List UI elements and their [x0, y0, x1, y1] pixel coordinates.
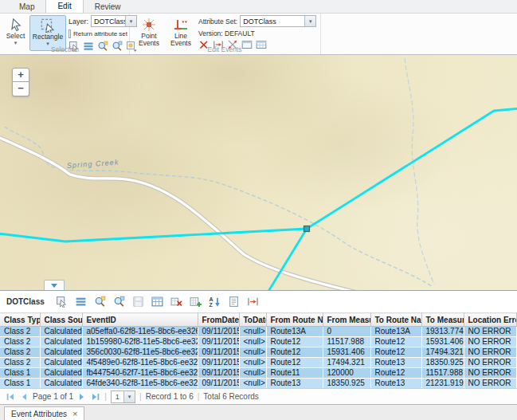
table-cell: 09/11/2015: [198, 337, 239, 347]
column-header-class-source[interactable]: Class Source: [40, 313, 82, 327]
ribbon: Select ▾ Rectangle ▾ Layer: DOTClass ▾: [0, 14, 517, 55]
select-features-icon[interactable]: [56, 296, 68, 308]
add-record-icon[interactable]: [190, 296, 202, 308]
pan-selection-icon[interactable]: [113, 296, 125, 308]
table-cell: Route12: [370, 368, 421, 379]
table-cell: NO ERROR: [464, 368, 517, 379]
table-cell: 09/11/2015: [198, 347, 239, 358]
table-cell: 17494.321: [323, 358, 370, 368]
event-table-wrap: Class TypeClass SourceEventIDFromDateToD…: [0, 312, 517, 388]
table-row[interactable]: Class 2Calculated4f5489e0-62f8-11e5-8bc6…: [0, 358, 517, 368]
column-header-from-route-name[interactable]: From Route Name: [266, 313, 323, 327]
offset-icon[interactable]: [247, 296, 259, 308]
checkbox-icon[interactable]: [69, 29, 71, 38]
pagination-bar: Page 1 of 1 | 1 ▾ | Record 1 to 6 | Tota…: [0, 388, 517, 404]
table-cell: <null>: [239, 379, 266, 389]
table-row[interactable]: Class 1Calculatedfb447540-62f7-11e5-8bc6…: [0, 368, 517, 379]
table-cell: Calculated: [40, 347, 82, 358]
last-page-icon[interactable]: [91, 392, 100, 402]
table-cell: Class 2: [0, 358, 40, 368]
road-line: [0, 137, 357, 290]
ribbon-tab-bar: Map Edit Review: [0, 0, 517, 14]
close-icon[interactable]: ×: [72, 410, 77, 418]
list-icon[interactable]: [75, 296, 87, 308]
chevron-down-icon: [51, 284, 57, 288]
collapse-panel-button[interactable]: [44, 280, 65, 290]
table-cell: Route13A: [266, 327, 323, 337]
table-cell: 1b159980-62f8-11e5-8bc6-ee32641d5ec9: [82, 337, 198, 347]
select-button-label: Select: [6, 33, 25, 40]
attribute-set-value: DOTClass: [241, 18, 304, 26]
page-number-select[interactable]: 1 ▾: [111, 391, 135, 403]
column-header-from-measure[interactable]: From Measure: [323, 313, 370, 327]
table-row[interactable]: Class 2Calculateda05effa0-62f8-11e5-8bc6…: [0, 327, 517, 337]
sort-icon[interactable]: AZ: [209, 296, 221, 308]
route-line-northeast[interactable]: [307, 108, 517, 229]
tab-event-attributes[interactable]: Event Attributes ×: [4, 406, 84, 420]
page-number-value: 1: [112, 392, 123, 401]
chevron-down-icon[interactable]: ▾: [304, 16, 315, 26]
form-view-icon[interactable]: [228, 296, 240, 308]
event-table: Class TypeClass SourceEventIDFromDateToD…: [0, 312, 517, 388]
table-cell: a05effa0-62f8-11e5-8bc6-ee32641d5ec9: [82, 327, 198, 337]
table-row[interactable]: Class 1Calculated64fde340-62f8-11e5-8bc6…: [0, 379, 517, 389]
column-header-fromdate[interactable]: FromDate: [198, 313, 239, 327]
map-canvas[interactable]: Spring Creek + −: [0, 55, 517, 290]
column-header-todate[interactable]: ToDate: [239, 313, 266, 327]
attribute-grid-icon[interactable]: [151, 296, 163, 308]
table-cell: Class 2: [0, 347, 40, 358]
svg-text:Z: Z: [209, 302, 213, 308]
attribute-set-dropdown[interactable]: DOTClass ▾: [240, 15, 316, 27]
next-page-icon[interactable]: [77, 392, 87, 402]
creek-line: [405, 58, 434, 285]
zoom-selection-icon[interactable]: [94, 296, 106, 308]
column-header-to-measure[interactable]: To Measure: [421, 313, 464, 327]
table-cell: 09/11/2015: [198, 379, 239, 389]
tab-review[interactable]: Review: [84, 0, 132, 13]
table-cell: Route12: [370, 347, 421, 358]
table-cell: Class 1: [0, 368, 40, 379]
point-events-icon: [142, 18, 156, 32]
zoom-in-button[interactable]: +: [12, 68, 29, 82]
table-cell: 18350.925: [421, 358, 464, 368]
event-editor-window: Map Edit Review Select ▾ Rectangle ▾ Lay…: [0, 0, 517, 420]
tab-map[interactable]: Map: [8, 0, 45, 13]
first-page-icon[interactable]: [6, 392, 15, 402]
tab-edit[interactable]: Edit: [45, 0, 83, 13]
total-records-label: Total 6 Records: [203, 392, 258, 401]
chevron-down-icon[interactable]: ▾: [123, 391, 135, 402]
table-cell: 15931.406: [421, 337, 464, 347]
edit-events-group: Point Events Line Events Attribute Set: …: [129, 14, 321, 54]
table-row[interactable]: Class 2Calculated356c0030-62f8-11e5-8bc6…: [0, 347, 517, 358]
return-attribute-set-checkbox[interactable]: Return attribute set: [69, 29, 127, 38]
layer-tab-dotclass[interactable]: DOTClass: [6, 297, 45, 306]
route-line-west[interactable]: [0, 229, 307, 241]
column-header-eventid[interactable]: EventID: [82, 313, 198, 327]
route-junction-marker[interactable]: [304, 226, 310, 232]
line-events-icon: [174, 18, 188, 32]
delete-record-icon[interactable]: [170, 296, 182, 308]
table-cell: 64fde340-62f8-11e5-8bc6-ee32641d5ec9: [82, 379, 198, 389]
table-row[interactable]: Class 2Calculated1b159980-62f8-11e5-8bc6…: [0, 337, 517, 347]
column-header-class-type[interactable]: Class Type: [0, 313, 40, 327]
page-label: Page 1 of 1: [33, 392, 73, 401]
layer-label: Layer:: [69, 18, 88, 26]
layer-dropdown-value: DOTClass: [92, 18, 125, 26]
table-cell: 21231.919: [421, 379, 464, 389]
prev-page-icon[interactable]: [19, 392, 29, 402]
zoom-out-button[interactable]: −: [12, 82, 29, 96]
column-header-location-error[interactable]: Location Error: [464, 313, 517, 327]
table-cell: <null>: [239, 368, 266, 379]
table-cell: 18350.925: [323, 379, 370, 389]
table-cell: 11517.988: [323, 337, 370, 347]
route-line-south[interactable]: [268, 229, 307, 290]
column-header-to-route-name[interactable]: To Route Name: [370, 313, 421, 327]
table-cell: Calculated: [40, 337, 82, 347]
table-cell: Calculated: [40, 327, 82, 337]
table-cell: <null>: [239, 337, 266, 347]
table-cell: Route13: [370, 379, 421, 389]
table-cell: 15931.406: [323, 347, 370, 358]
table-cell: Calculated: [40, 368, 82, 379]
table-cell: Route13: [370, 358, 421, 368]
table-cell: NO ERROR: [464, 327, 517, 337]
